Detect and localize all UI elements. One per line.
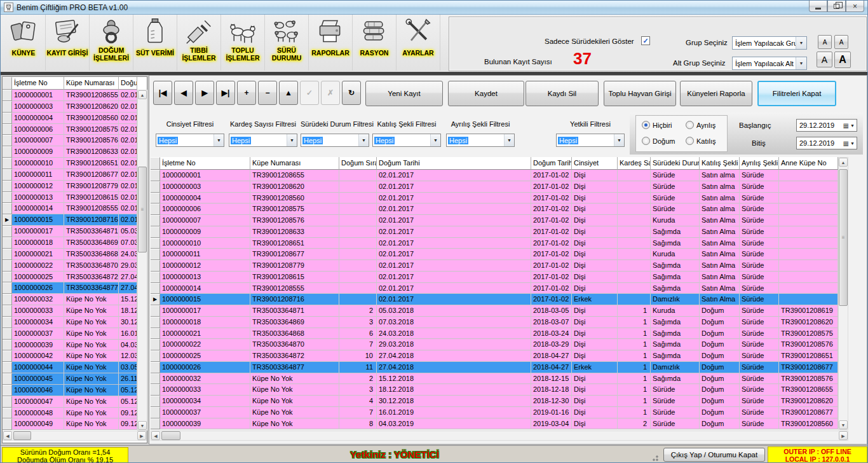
filter-combo-0[interactable]: Hepsi▼ — [156, 134, 224, 147]
table-column-header[interactable]: Kardeş Sayısı — [618, 157, 651, 170]
toolbar-item-9[interactable]: AYARLAR — [397, 15, 440, 71]
sidebar-row[interactable]: 1000000044Küpe No Yok03.05.2 — [3, 362, 138, 373]
group-select-combo[interactable]: İşlem Yapılacak Grup Seçin ▼ — [732, 36, 807, 50]
logout-button[interactable]: Çıkış Yap / Oturumu Kapat — [663, 448, 765, 462]
filter-combo-1[interactable]: Hepsi▼ — [229, 134, 297, 147]
font-size-xlarge-button[interactable]: A — [834, 52, 851, 68]
table-column-header[interactable]: Ayrılış Şekli — [740, 157, 779, 170]
sidebar-row[interactable]: 1000000032Küpe No Yok15.12.2 — [3, 294, 138, 305]
filter-combo-5[interactable]: Hepsi▼ — [556, 134, 625, 147]
table-column-header[interactable]: Cinsiyet — [572, 157, 618, 170]
table-row[interactable]: 1000000039Küpe No Yok804.03.20192019-03-… — [151, 418, 838, 430]
table-row[interactable]: 1000000034Küpe No Yok430.12.20182018-12-… — [151, 396, 838, 407]
table-row[interactable]: 1000000011TR3900120867702.01.20172017-01… — [151, 249, 838, 260]
toolbar-item-1[interactable]: KAYIT GİRİŞİ — [46, 15, 90, 71]
table-row[interactable]: 1000000014TR3900120855502.01.20172017-01… — [151, 283, 838, 294]
table-row[interactable]: 1000000025TR350033648721027.04.20182018-… — [151, 350, 838, 362]
action-button-2[interactable]: Kaydı Sil — [526, 81, 599, 106]
filter-combo-3[interactable]: Hepsi▼ — [372, 134, 441, 147]
action-button-4[interactable]: Künyeleri Raporla — [680, 81, 752, 106]
table-row[interactable]: 1000000006TR3900120857502.01.20172017-01… — [151, 204, 838, 215]
toolbar-item-0[interactable]: KÜNYE — [2, 15, 46, 71]
sidebar-vertical-scrollbar[interactable]: ▲ ≡ ▼ — [137, 90, 147, 431]
sidebar-column-header[interactable]: Doğum T — [119, 77, 137, 90]
sidebar-row[interactable]: 1000000045Küpe No Yok26.11.2 — [3, 373, 138, 385]
scroll-up-icon[interactable]: ▲ — [138, 90, 147, 99]
filter-combo-2[interactable]: Hepsi▼ — [301, 134, 369, 147]
nav-refresh-button[interactable]: ↻ — [342, 81, 361, 105]
table-row[interactable]: 1000000007TR3900120857602.01.20172017-01… — [151, 215, 838, 226]
action-button-0[interactable]: Yeni Kayıt — [365, 81, 443, 106]
radio-0[interactable]: Hiçbiri — [642, 121, 672, 129]
sidebar-row[interactable]: 1000000010TR3900120865102.01.2 — [3, 158, 138, 169]
scroll-right-icon[interactable]: ▶ — [839, 431, 848, 440]
sidebar-row[interactable]: 1000000009TR3900120863302.01.2 — [3, 146, 138, 158]
sidebar-row[interactable]: 1000000039Küpe No Yok04.03.2 — [3, 340, 138, 351]
scroll-right-icon[interactable]: ▶ — [137, 431, 146, 440]
sidebar-horizontal-scrollbar[interactable]: ◀ ▶ — [3, 431, 147, 441]
sidebar-row[interactable]: 1000000034Küpe No Yok30.12.2 — [3, 317, 138, 328]
nav-post-button[interactable]: ✓ — [300, 81, 319, 105]
table-row[interactable]: 1000000032Küpe No Yok215.12.20182018-12-… — [151, 373, 838, 385]
filter-combo-4[interactable]: Hepsi▼ — [446, 134, 515, 147]
table-row[interactable]: 1000000037Küpe No Yok716.01.20192019-01-… — [151, 407, 838, 418]
toolbar-item-3[interactable]: SÜT VERİMİ — [133, 15, 177, 71]
table-column-header[interactable]: Doğum Tarihi — [377, 157, 531, 170]
table-hscroll-thumb[interactable] — [161, 431, 180, 440]
sidebar-row[interactable]: 1000000014TR3900120855502.01.2 — [3, 203, 138, 214]
radio-1[interactable]: Ayrılış — [686, 121, 715, 129]
scroll-left-icon[interactable]: ◀ — [3, 431, 12, 440]
table-row[interactable]: 1000000022TR35003364870729.03.20182018-0… — [151, 339, 838, 350]
sidebar-scroll-thumb[interactable]: ≡ — [138, 167, 147, 252]
sidebar-row[interactable]: 1000000042Küpe No Yok12.03.2 — [3, 350, 138, 362]
sidebar-hscroll-thumb[interactable] — [13, 431, 31, 440]
sidebar-row[interactable]: 1000000003TR3900120862002.01.2 — [3, 101, 138, 113]
table-column-header[interactable]: Anne Küpe No — [779, 157, 838, 170]
sidebar-row[interactable]: 1000000021TR3500336486824.03.2 — [3, 249, 138, 260]
table-row[interactable]: 1000000021TR35003364868624.03.20182018-0… — [151, 328, 838, 340]
sidebar-row[interactable]: 1000000037Küpe No Yok16.01.2 — [3, 328, 138, 340]
font-size-small2-button[interactable]: A — [834, 35, 848, 49]
sidebar-row[interactable]: 1000000006TR3900120857502.01.2 — [3, 124, 138, 135]
table-column-header[interactable]: Küpe Numarası — [250, 157, 339, 170]
sidebar-column-header[interactable]: Küpe Numarası — [64, 77, 119, 90]
table-row[interactable]: 1000000033Küpe No Yok318.12.20182018-12-… — [151, 384, 838, 396]
sidebar-row[interactable]: 1000000011TR3900120867702.01.2 — [3, 169, 138, 181]
sidebar-row[interactable]: 1000000033Küpe No Yok18.12.2 — [3, 305, 138, 317]
nav-prior-button[interactable]: ◀ — [174, 81, 193, 105]
close-button[interactable]: × — [846, 1, 864, 12]
sidebar-row[interactable]: 1000000026TR3500336487727.04.2 — [3, 282, 138, 294]
sidebar-row[interactable]: 1000000046Küpe No Yok05.12.2 — [3, 385, 138, 396]
sidebar-row[interactable]: 1000000013TR3900120861502.01.2 — [3, 192, 138, 204]
table-row[interactable]: 1000000017TR35003364871205.03.20182018-0… — [151, 305, 838, 317]
sidebar-row[interactable]: 1000000047Küpe No Yok05.12.2 — [3, 396, 138, 408]
sidebar-row[interactable]: 1000000001TR3900120865502.01.2 — [3, 90, 138, 101]
date-end-picker[interactable]: 29.12.2019 ▦ ▼ — [796, 137, 857, 149]
toolbar-item-4[interactable]: TIBBİ İŞLEMLER — [177, 15, 221, 71]
table-row[interactable]: ▶1000000015TR3900120871602.01.20172017-0… — [151, 294, 838, 305]
toolbar-item-6[interactable]: SÜRÜ DURUMU — [265, 15, 309, 71]
subgroup-select-combo[interactable]: İşlem Yapılacak Alt Grup Seçin ▼ — [732, 57, 807, 70]
table-scroll-thumb[interactable]: ≡ — [839, 169, 848, 306]
table-column-header[interactable]: Sürüdeki Durumu — [651, 157, 700, 170]
table-column-header[interactable]: İşletme No — [160, 157, 250, 170]
table-vertical-scrollbar[interactable]: ▲ ≡ ▼ — [838, 157, 848, 430]
action-button-5[interactable]: Filitreleri Kapat — [757, 81, 836, 106]
table-row[interactable]: 1000000004TR3900120856002.01.20172017-01… — [151, 193, 838, 204]
restore-button[interactable] — [827, 1, 846, 12]
table-row[interactable]: 1000000012TR3900120877902.01.20172017-01… — [151, 260, 838, 272]
sidebar-row[interactable]: 1000000025TR3500336487227.04.2 — [3, 272, 138, 283]
table-row[interactable]: 1000000010TR3900120865102.01.20172017-01… — [151, 238, 838, 249]
sidebar-row[interactable]: 1000000012TR3900120877902.01.2 — [3, 181, 138, 192]
sidebar-row[interactable]: 1000000007TR3900120857602.01.2 — [3, 135, 138, 146]
nav-insert-button[interactable]: + — [237, 81, 256, 105]
font-size-large-button[interactable]: A — [817, 52, 832, 67]
scroll-left-icon[interactable]: ◀ — [151, 431, 160, 440]
scroll-up-icon[interactable]: ▲ — [839, 158, 848, 167]
table-row[interactable]: 1000000001TR3900120865502.01.20172017-01… — [151, 170, 838, 181]
radio-3[interactable]: Katılış — [686, 137, 716, 145]
sidebar-column-header[interactable]: İşletme No — [12, 77, 64, 90]
sidebar-row[interactable]: ▶1000000015TR3900120871602.01.2 — [3, 214, 138, 226]
show-only-herd-checkbox[interactable]: ✓ — [641, 36, 650, 45]
scroll-down-icon[interactable]: ▼ — [839, 420, 848, 429]
